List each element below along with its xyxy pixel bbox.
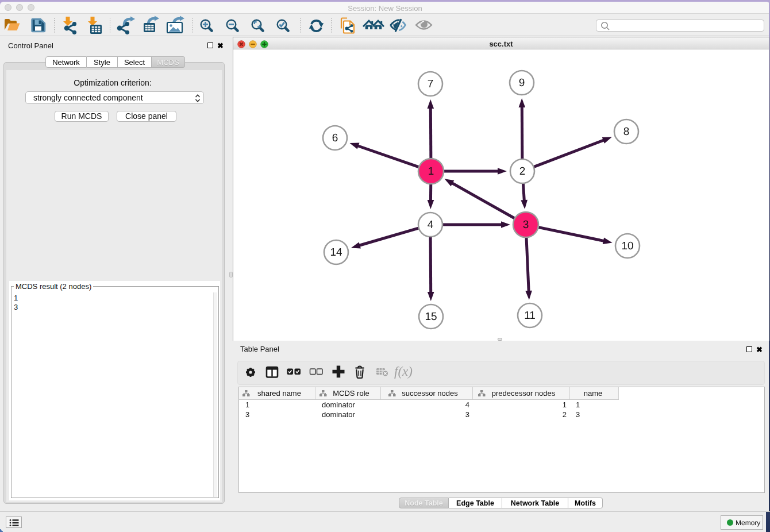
svg-text:9: 9 [519, 77, 525, 89]
svg-text:3: 3 [523, 219, 529, 231]
svg-text:3: 3 [465, 410, 469, 419]
svg-text:successor nodes: successor nodes [402, 389, 458, 398]
svg-text:3: 3 [576, 410, 580, 419]
svg-text:1: 1 [245, 400, 249, 409]
svg-text:6: 6 [332, 132, 338, 144]
svg-text:1: 1 [563, 400, 567, 409]
svg-text:10: 10 [621, 240, 633, 252]
svg-text:f(x): f(x) [394, 364, 413, 379]
svg-text:14: 14 [330, 246, 342, 259]
svg-text:3: 3 [245, 410, 249, 419]
svg-text:1: 1 [428, 165, 434, 178]
svg-text:1: 1 [576, 400, 580, 409]
svg-text:MCDS role: MCDS role [333, 389, 369, 398]
svg-text:4: 4 [465, 400, 469, 409]
svg-text:shared name: shared name [257, 389, 301, 398]
svg-text:2: 2 [563, 410, 567, 419]
svg-text:2: 2 [519, 165, 526, 178]
svg-text:dominator: dominator [322, 410, 355, 419]
svg-text:8: 8 [623, 126, 630, 138]
svg-text:name: name [584, 389, 603, 398]
svg-text:Memory: Memory [736, 519, 760, 527]
svg-text:predecessor nodes: predecessor nodes [492, 389, 556, 398]
svg-text:4: 4 [428, 219, 434, 231]
svg-text:7: 7 [428, 78, 434, 90]
svg-text:15: 15 [425, 311, 437, 323]
svg-text:dominator: dominator [322, 400, 355, 409]
svg-text:11: 11 [524, 310, 536, 322]
